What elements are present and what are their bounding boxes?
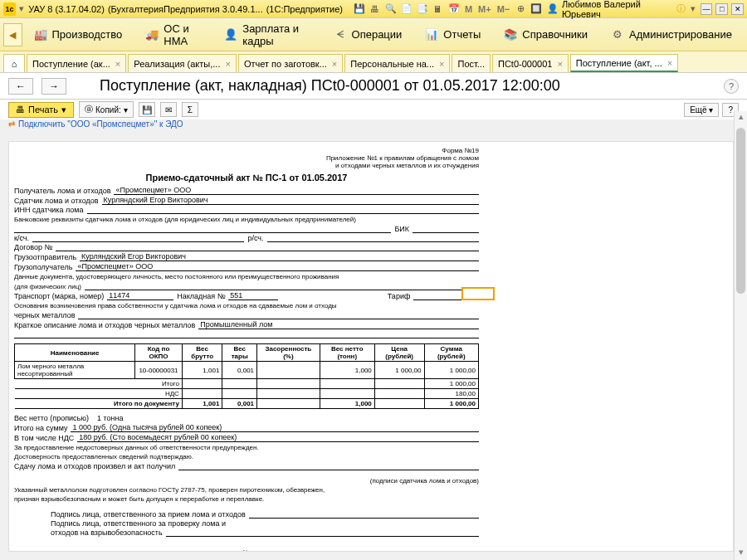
chart-icon: 📊 — [425, 28, 438, 41]
desc-value: Промышленный лом — [198, 320, 479, 329]
tab-3[interactable]: Персональные на...× — [344, 54, 450, 72]
metals-label: черных металлов — [14, 311, 75, 319]
copies-button[interactable]: ⓐКопий:▾ — [79, 101, 134, 118]
th-tare: Вес тары — [222, 344, 257, 362]
chevron-down-icon: ▾ — [124, 105, 128, 114]
nettext-value: 1 тонна — [97, 414, 123, 422]
nav-icon[interactable]: 🔲 — [530, 2, 543, 16]
sumtext-value: 1 000 руб. (Одна тысяча рублей 00 копеек… — [71, 423, 479, 432]
compare-icon[interactable]: 📑 — [416, 2, 429, 16]
warn1: За предоставление недостоверных данных о… — [14, 444, 479, 451]
vat-row: НДС180,00 — [15, 389, 479, 399]
menu-nav-icon[interactable]: ◄ — [3, 23, 22, 46]
back-button[interactable]: ← — [8, 78, 33, 95]
edo-link[interactable]: ⇄Подключить "ООО «Промспецмет»" к ЭДО — [0, 119, 747, 132]
selection-highlight[interactable] — [461, 287, 495, 300]
send-button[interactable]: ✉ — [160, 102, 177, 117]
form-number: Форма №19 — [14, 147, 479, 154]
bank-label: Банковские реквизиты сдатчика лома и отх… — [14, 216, 479, 223]
forward-button[interactable]: → — [42, 78, 66, 95]
minimize-button[interactable]: — — [701, 3, 713, 15]
link-icon[interactable]: ⊕ — [514, 2, 527, 16]
tab-2[interactable]: Отчет по заготовк...× — [238, 54, 343, 72]
sig1: Подпись лица, ответственного за прием ло… — [51, 510, 246, 519]
calc-icon[interactable]: 🖩 — [432, 2, 445, 16]
section-payroll[interactable]: 👤Зарплата и кадры — [212, 22, 321, 47]
gost2: признан взрывобезопасным и может быть до… — [14, 495, 479, 503]
more-button[interactable]: Ещё ▾ — [684, 103, 719, 117]
bank-line — [14, 225, 391, 233]
sig1-line — [249, 510, 479, 519]
consignee-value: «Промспецмет» ООО — [76, 262, 479, 271]
section-admin[interactable]: ⚙Администрирование — [599, 28, 744, 41]
th-price: Цена (рублей) — [374, 344, 424, 362]
sumtext-label: Итого на сумму — [14, 424, 67, 432]
m-minus-button[interactable]: M− — [496, 4, 512, 14]
close-button[interactable]: ✕ — [731, 3, 744, 15]
consignee-label: Грузополучатель — [14, 263, 72, 271]
app-code: УАУ 8 (3.17.04.02) — [28, 4, 105, 14]
inclvat-label: В том числе НДС — [14, 434, 74, 442]
save-file-button[interactable]: 💾 — [139, 102, 155, 117]
calendar-icon[interactable]: 📅 — [447, 2, 461, 16]
tabbar: ⌂ Поступление (ак...× Реализация (акты,.… — [0, 51, 747, 73]
metals-value — [78, 311, 479, 319]
th-gross: Вес брутто — [182, 344, 222, 362]
copies-icon: ⓐ — [85, 104, 93, 115]
tab-0[interactable]: Поступление (ак...× — [27, 54, 126, 72]
home-tab[interactable]: ⌂ — [3, 54, 25, 72]
close-icon[interactable]: × — [115, 59, 120, 69]
chevron-down-icon: ▾ — [61, 105, 66, 115]
th-sum: Сумма (рублей) — [424, 344, 479, 362]
close-icon[interactable]: × — [225, 59, 230, 69]
annex2: и отходами черных металлов и их отчужден… — [14, 162, 479, 169]
tab-5[interactable]: ПСt0-000001× — [492, 54, 569, 72]
document-area[interactable]: Форма №19 Приложение №1 к правилам обращ… — [8, 141, 734, 552]
tab-1[interactable]: Реализация (акты,...× — [128, 54, 237, 72]
cert-heading: УДОСТОВЕРЕНИЕ № ПС-1 от 01.05.2017 — [14, 549, 479, 552]
iddoc-value — [85, 282, 479, 290]
close-icon[interactable]: × — [667, 58, 672, 68]
tab-4[interactable]: Пост... — [452, 54, 491, 72]
sum-button[interactable]: Σ — [182, 102, 198, 117]
preview-icon[interactable]: 🔍 — [384, 2, 398, 16]
copy-icon[interactable]: 📄 — [400, 2, 413, 16]
help-button[interactable]: ? — [724, 79, 739, 94]
th-okpo: Код по ОКПО — [135, 344, 183, 362]
annex1: Приложение №1 к правилам обращения с лом… — [14, 154, 479, 162]
print-icon[interactable]: 🖶 — [369, 2, 382, 16]
user-name: Любимов Валерий Юрьевич — [562, 0, 672, 19]
close-icon[interactable]: × — [332, 59, 337, 69]
table-row: Лом черного металла несортированный10-00… — [15, 362, 479, 379]
close-icon[interactable]: × — [557, 59, 562, 69]
section-production[interactable]: 🏭Производство — [22, 28, 134, 41]
transport-value: 11474 — [107, 291, 173, 300]
tab-6[interactable]: Поступление (акт, ...× — [570, 54, 678, 72]
info-dd-icon[interactable]: ▾ — [691, 3, 696, 14]
close-icon[interactable]: × — [439, 59, 444, 69]
m-plus-button[interactable]: M+ — [476, 4, 493, 14]
titlebar: 1c ▾ УАУ 8 (3.17.04.02) (БухгалтерияПред… — [0, 0, 747, 18]
toolbar: 🖶Печать▾ ⓐКопий:▾ 💾 ✉ Σ Ещё ▾ ? — [0, 100, 747, 119]
print-button[interactable]: 🖶Печать▾ — [8, 102, 74, 118]
save-icon[interactable]: 💾 — [353, 2, 366, 16]
book-icon: 📚 — [504, 28, 517, 41]
dropdown-icon[interactable]: ▾ — [19, 3, 25, 14]
section-reports[interactable]: 📊Отчеты — [413, 28, 492, 41]
nettext-label: Вес нетто (прописью) — [14, 414, 89, 422]
m-button[interactable]: M — [463, 4, 474, 14]
scroll-down-icon[interactable]: ▾ — [735, 547, 747, 560]
sig2: Подпись лица, ответственного за проверку… — [51, 519, 226, 528]
section-references[interactable]: 📚Справочники — [492, 28, 599, 41]
maximize-button[interactable]: □ — [715, 3, 728, 15]
scroll-thumb[interactable] — [736, 128, 745, 294]
app-logo-icon: 1c — [3, 2, 16, 16]
section-operations[interactable]: ᗕОперации — [322, 28, 414, 41]
scrollbar[interactable]: ▴ ▾ — [734, 111, 747, 560]
th-dirt: Засоренность (%) — [257, 344, 320, 362]
link-icon: ⇄ — [8, 119, 15, 129]
scroll-up-icon[interactable]: ▴ — [735, 111, 747, 124]
info-icon[interactable]: ⓘ — [676, 2, 688, 16]
section-assets[interactable]: 🚚ОС и НМА — [134, 22, 212, 47]
total-row: Итого1 000,00 — [15, 379, 479, 389]
